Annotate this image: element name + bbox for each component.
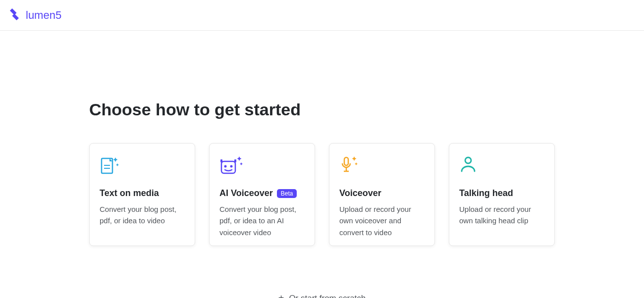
main-content: Choose how to get started Text on media [0, 31, 644, 298]
svg-point-5 [230, 165, 233, 168]
card-description: Convert your blog post, pdf, or idea to … [100, 203, 185, 227]
start-from-scratch-button[interactable]: + Or start from scratch [89, 293, 555, 298]
content-wrapper: Choose how to get started Text on media [89, 100, 555, 298]
card-description: Upload or record your own talking head c… [459, 203, 544, 227]
card-title: Text on media [100, 188, 159, 199]
page-title: Choose how to get started [89, 100, 555, 119]
option-card-ai-voiceover[interactable]: AI Voiceover Beta Convert your blog post… [209, 143, 315, 246]
app-header: lumen5 [0, 0, 644, 31]
microphone-sparkle-icon [339, 155, 425, 177]
beta-badge: Beta [277, 189, 297, 198]
plus-icon: + [278, 293, 284, 298]
card-title: AI Voiceover [219, 188, 273, 199]
document-sparkle-icon [100, 155, 185, 177]
brand-logo[interactable]: lumen5 [7, 7, 61, 24]
robot-sparkle-icon [219, 155, 305, 177]
card-title: Talking head [459, 188, 513, 199]
card-title-row: AI Voiceover Beta [219, 188, 305, 199]
svg-rect-7 [234, 159, 236, 162]
card-description: Convert your blog post, pdf, or idea to … [219, 203, 305, 238]
svg-rect-8 [344, 157, 348, 165]
svg-point-4 [224, 165, 227, 168]
card-title-row: Talking head [459, 188, 544, 199]
svg-point-11 [465, 157, 471, 163]
card-title-row: Voiceover [339, 188, 425, 199]
brand-name: lumen5 [26, 9, 61, 22]
card-title: Voiceover [339, 188, 381, 199]
brand-logo-icon [7, 7, 22, 24]
card-description: Upload or record your own voiceover and … [339, 203, 425, 238]
option-card-voiceover[interactable]: Voiceover Upload or record your own voic… [329, 143, 435, 246]
option-cards: Text on media Convert your blog post, pd… [89, 143, 555, 246]
start-from-scratch-label: Or start from scratch [289, 294, 366, 298]
option-card-text-on-media[interactable]: Text on media Convert your blog post, pd… [89, 143, 195, 246]
option-card-talking-head[interactable]: Talking head Upload or record your own t… [449, 143, 555, 246]
svg-rect-6 [220, 159, 222, 162]
card-title-row: Text on media [100, 188, 185, 199]
person-icon [459, 155, 544, 177]
svg-rect-3 [221, 161, 235, 173]
